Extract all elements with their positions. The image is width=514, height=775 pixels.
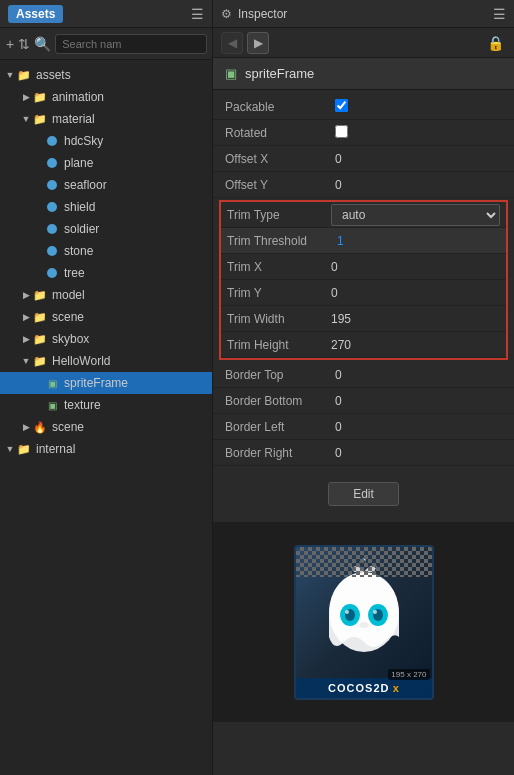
add-button[interactable]: + (6, 33, 14, 55)
tree-item-skybox[interactable]: ▶ 📁 skybox (0, 328, 212, 350)
tree-item-stone[interactable]: ▶ stone (0, 240, 212, 262)
cocos-label-bar: COCOS2D x (296, 678, 432, 698)
tree-label-hdcsky: hdcSky (64, 134, 103, 148)
folder-icon: 📁 (32, 111, 48, 127)
packable-value (335, 99, 502, 115)
assets-menu-icon[interactable]: ☰ (191, 6, 204, 22)
trim-threshold-label: Trim Threshold (227, 234, 331, 248)
prop-trim-threshold: Trim Threshold (221, 228, 506, 254)
tree-item-shield[interactable]: ▶ shield (0, 196, 212, 218)
sprite-preview: COCOS2D x 195 x 270 (294, 545, 434, 700)
assets-tree: ▼ 📁 assets ▶ 📁 animation ▼ 📁 material ▶ … (0, 60, 212, 775)
border-top-value: 0 (335, 368, 502, 382)
checkerboard-bg (296, 547, 432, 577)
lock-button[interactable]: 🔒 (484, 32, 506, 54)
tree-item-model[interactable]: ▶ 📁 model (0, 284, 212, 306)
back-button[interactable]: ◀ (221, 32, 243, 54)
edit-button[interactable]: Edit (328, 482, 399, 506)
assets-panel-header: Assets ☰ (0, 0, 212, 28)
spacer: ▶ (32, 135, 44, 147)
prop-offset-x: Offset X 0 (213, 146, 514, 172)
blue-dot-icon (44, 265, 60, 281)
tree-item-internal[interactable]: ▼ 📁 internal (0, 438, 212, 460)
sprite-frame-icon: ▣ (225, 66, 237, 81)
tree-item-scene2[interactable]: ▶ 🔥 scene (0, 416, 212, 438)
assets-panel: Assets ☰ + ⇅ 🔍 ↙ ↻ ▼ 📁 assets ▶ 📁 animat… (0, 0, 213, 775)
tree-label-spriteframe: spriteFrame (64, 376, 128, 390)
blue-dot-icon (44, 221, 60, 237)
tree-item-seafloor[interactable]: ▶ seafloor (0, 174, 212, 196)
spacer: ▶ (32, 223, 44, 235)
tree-label-material: material (52, 112, 95, 126)
tree-label-animation: animation (52, 90, 104, 104)
tree-label-assets: assets (36, 68, 71, 82)
offset-y-label: Offset Y (225, 178, 335, 192)
trim-width-value: 195 (331, 312, 500, 326)
prop-trim-width: Trim Width 195 (221, 306, 506, 332)
assets-tab[interactable]: Assets (8, 5, 63, 23)
rotated-checkbox[interactable] (335, 125, 348, 138)
sort-button[interactable]: ⇅ (18, 33, 30, 55)
offset-x-label: Offset X (225, 152, 335, 166)
tree-item-hdcsky[interactable]: ▶ hdcSky (0, 130, 212, 152)
size-label: 195 x 270 (388, 669, 429, 680)
tree-item-material[interactable]: ▼ 📁 material (0, 108, 212, 130)
tree-label-scene1: scene (52, 310, 84, 324)
packable-checkbox[interactable] (335, 99, 348, 112)
cocos-label: COCOS2D (328, 682, 389, 694)
prop-rotated: Rotated (213, 120, 514, 146)
blue-dot-icon (44, 133, 60, 149)
arrow-icon: ▶ (20, 421, 32, 433)
inspector-title: Inspector (238, 7, 287, 21)
forward-button[interactable]: ▶ (247, 32, 269, 54)
spacer: ▶ (32, 201, 44, 213)
tree-item-tree[interactable]: ▶ tree (0, 262, 212, 284)
tree-item-scene1[interactable]: ▶ 📁 scene (0, 306, 212, 328)
blue-dot-icon (44, 199, 60, 215)
trim-height-label: Trim Height (227, 338, 331, 352)
arrow-icon: ▶ (20, 91, 32, 103)
prop-border-bottom: Border Bottom 0 (213, 388, 514, 414)
spacer: ▶ (32, 245, 44, 257)
tree-item-plane[interactable]: ▶ plane (0, 152, 212, 174)
inspector-menu-icon[interactable]: ☰ (493, 6, 506, 22)
trim-y-value: 0 (331, 286, 500, 300)
prop-border-left: Border Left 0 (213, 414, 514, 440)
prop-trim-type: Trim Type autopolyrect (221, 202, 506, 228)
tree-label-stone: stone (64, 244, 93, 258)
search-button[interactable]: 🔍 (34, 33, 51, 55)
folder-icon: 📁 (32, 309, 48, 325)
tree-label-texture: texture (64, 398, 101, 412)
tree-item-spriteframe[interactable]: ▶ ▣ spriteFrame (0, 372, 212, 394)
packable-label: Packable (225, 100, 335, 114)
trim-width-label: Trim Width (227, 312, 331, 326)
tree-label-helloworld: HelloWorld (52, 354, 110, 368)
tree-item-texture[interactable]: ▶ ▣ texture (0, 394, 212, 416)
inspector-header-left: ⚙ Inspector (221, 7, 287, 21)
tree-label-skybox: skybox (52, 332, 89, 346)
tree-item-soldier[interactable]: ▶ soldier (0, 218, 212, 240)
arrow-icon: ▶ (20, 289, 32, 301)
tree-item-animation[interactable]: ▶ 📁 animation (0, 86, 212, 108)
svg-point-6 (373, 610, 377, 614)
blue-dot-icon (44, 177, 60, 193)
sprite-frame-name: spriteFrame (245, 66, 314, 81)
prop-offset-y: Offset Y 0 (213, 172, 514, 198)
rotated-value (335, 125, 502, 141)
sprite-frame-header: ▣ spriteFrame (213, 58, 514, 90)
tree-item-helloworld[interactable]: ▼ 📁 HelloWorld (0, 350, 212, 372)
blue-dot-icon (44, 155, 60, 171)
search-input[interactable] (55, 34, 207, 54)
inspector-header: ⚙ Inspector ☰ (213, 0, 514, 28)
trim-threshold-input[interactable] (331, 232, 500, 250)
trim-type-select[interactable]: autopolyrect (331, 204, 500, 226)
prop-trim-y: Trim Y 0 (221, 280, 506, 306)
prop-trim-x: Trim X 0 (221, 254, 506, 280)
tree-item-assets[interactable]: ▼ 📁 assets (0, 64, 212, 86)
spacer: ▶ (32, 157, 44, 169)
gear-icon: ⚙ (221, 7, 232, 21)
arrow-icon: ▶ (20, 311, 32, 323)
scene-icon: 🔥 (32, 419, 48, 435)
tree-label-model: model (52, 288, 85, 302)
tree-label-internal: internal (36, 442, 75, 456)
